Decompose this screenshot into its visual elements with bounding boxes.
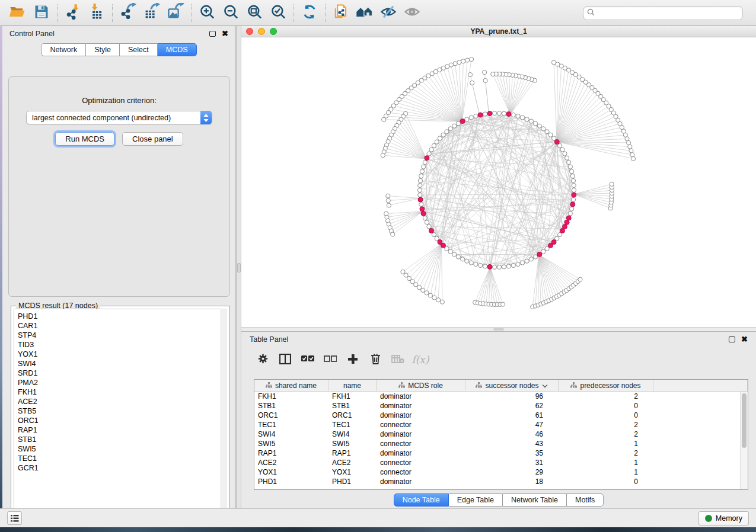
float-panel-icon[interactable] <box>729 336 735 342</box>
mcds-result-item[interactable]: STB5 <box>18 406 227 416</box>
mcds-result-item[interactable]: CAR1 <box>18 321 227 331</box>
mcds-result-item[interactable]: PHD1 <box>18 312 227 321</box>
cell-predecessor-nodes[interactable]: 1 <box>559 458 653 467</box>
cell-predecessor-nodes[interactable]: 0 <box>559 477 653 486</box>
tab-node-table[interactable]: Node Table <box>394 493 449 507</box>
cell-shared-name[interactable]: SWI5 <box>254 439 328 448</box>
cell-predecessor-nodes[interactable]: 2 <box>559 430 653 439</box>
select-all-rows-button[interactable] <box>299 351 316 368</box>
cell-shared-name[interactable]: ACE2 <box>254 458 328 467</box>
hide-selected-button[interactable] <box>377 2 400 24</box>
column-header-successor-nodes[interactable]: successor nodes <box>465 380 559 391</box>
network-graph[interactable] <box>241 37 755 327</box>
cell-predecessor-nodes[interactable]: 1 <box>559 439 653 448</box>
table-row[interactable]: YOX1YOX1connector291 <box>254 467 748 477</box>
float-panel-icon[interactable] <box>209 31 216 37</box>
table-scrollbar[interactable] <box>740 392 748 489</box>
import-network-button[interactable] <box>61 2 85 24</box>
mcds-result-item[interactable]: STB1 <box>18 435 227 444</box>
table-row[interactable]: PHD1PHD1dominator180 <box>254 477 748 486</box>
new-network-from-selection-button[interactable] <box>329 2 353 24</box>
cell-name[interactable]: STB1 <box>328 401 377 411</box>
mcds-result-item[interactable]: STP4 <box>18 331 227 340</box>
cell-predecessor-nodes[interactable]: 2 <box>559 448 653 458</box>
cell-successor-nodes[interactable]: 62 <box>465 401 559 411</box>
column-header-predecessor-nodes[interactable]: predecessor nodes <box>559 380 653 391</box>
splitter-handle[interactable] <box>493 328 504 331</box>
zoom-selected-button[interactable] <box>266 2 290 24</box>
column-header-MCDS-role[interactable]: MCDS role <box>377 380 465 391</box>
table-row[interactable]: FKH1FKH1dominator962 <box>254 392 748 401</box>
table-settings-gear-button[interactable] <box>254 351 271 368</box>
cell-MCDS-role[interactable]: dominator <box>377 411 465 420</box>
mcds-result-item[interactable]: TID3 <box>18 340 227 350</box>
export-table-button[interactable] <box>140 2 164 24</box>
cell-predecessor-nodes[interactable]: 2 <box>559 392 653 401</box>
zoom-out-button[interactable] <box>219 2 243 24</box>
cell-predecessor-nodes[interactable]: 0 <box>559 411 653 420</box>
cell-successor-nodes[interactable]: 18 <box>465 477 559 486</box>
cell-MCDS-role[interactable]: connector <box>377 458 465 467</box>
mcds-result-item[interactable]: RAP1 <box>18 425 227 435</box>
cell-name[interactable]: SWI5 <box>328 439 377 448</box>
deselect-all-rows-button[interactable] <box>322 351 339 368</box>
cell-successor-nodes[interactable]: 31 <box>465 458 559 467</box>
table-row[interactable]: STB1STB1dominator620 <box>254 401 748 411</box>
show-columns-button[interactable] <box>277 351 294 368</box>
network-overview-houses-button[interactable] <box>353 2 377 24</box>
cell-shared-name[interactable]: FKH1 <box>254 392 328 401</box>
tab-style[interactable]: Style <box>86 43 120 56</box>
cell-shared-name[interactable]: SWI4 <box>254 430 328 439</box>
mcds-result-item[interactable]: SWI4 <box>18 359 227 368</box>
cell-MCDS-role[interactable]: connector <box>377 420 465 430</box>
table-row[interactable]: SWI5SWI5connector431 <box>254 439 748 448</box>
cell-shared-name[interactable]: YOX1 <box>254 467 328 477</box>
cell-predecessor-nodes[interactable]: 2 <box>559 420 653 430</box>
cell-successor-nodes[interactable]: 29 <box>465 467 559 477</box>
table-row[interactable]: SWI4SWI4dominator462 <box>254 430 748 439</box>
cell-name[interactable]: RAP1 <box>328 448 377 458</box>
table-row[interactable]: RAP1RAP1dominator352 <box>254 448 748 458</box>
cell-MCDS-role[interactable]: dominator <box>377 477 465 486</box>
cell-shared-name[interactable]: RAP1 <box>254 448 328 458</box>
cell-shared-name[interactable]: TEC1 <box>254 420 328 430</box>
export-network-button[interactable] <box>116 2 140 24</box>
table-row[interactable]: ACE2ACE2connector311 <box>254 458 748 467</box>
task-history-button[interactable] <box>7 511 22 525</box>
cell-successor-nodes[interactable]: 43 <box>465 439 559 448</box>
tab-mcds[interactable]: MCDS <box>158 43 197 56</box>
cell-name[interactable]: SWI4 <box>328 430 377 439</box>
zoom-in-button[interactable] <box>195 2 219 24</box>
vertical-splitter[interactable] <box>236 26 241 508</box>
search-input[interactable] <box>597 9 739 17</box>
import-table-button[interactable] <box>85 2 109 24</box>
scrollbar-thumb[interactable] <box>742 393 747 448</box>
mcds-result-item[interactable]: ORC1 <box>18 416 227 425</box>
cell-MCDS-role[interactable]: dominator <box>377 392 465 401</box>
cell-name[interactable]: YOX1 <box>328 467 377 477</box>
mcds-result-item[interactable]: TEC1 <box>18 454 227 463</box>
refresh-button[interactable] <box>298 2 321 24</box>
cell-shared-name[interactable]: PHD1 <box>254 477 328 486</box>
column-header-shared-name[interactable]: shared name <box>254 380 328 391</box>
cell-predecessor-nodes[interactable]: 1 <box>559 467 653 477</box>
tab-network[interactable]: Network <box>41 43 86 56</box>
mcds-result-item[interactable]: PMA2 <box>18 378 227 387</box>
splitter-handle[interactable] <box>237 263 241 273</box>
tab-network-table[interactable]: Network Table <box>503 493 567 507</box>
mcds-result-item[interactable]: GCR1 <box>18 463 227 473</box>
cell-successor-nodes[interactable]: 35 <box>465 448 559 458</box>
close-panel-icon[interactable]: ✖ <box>222 31 228 37</box>
mcds-result-item[interactable]: FKH1 <box>18 387 227 397</box>
add-column-button[interactable] <box>344 351 361 368</box>
horizontal-splitter[interactable] <box>241 327 756 331</box>
cell-successor-nodes[interactable]: 46 <box>465 430 559 439</box>
mcds-result-item[interactable]: ACE2 <box>18 397 227 406</box>
cell-successor-nodes[interactable]: 96 <box>465 392 559 401</box>
table-row[interactable]: ORC1ORC1dominator610 <box>254 411 748 420</box>
mcds-result-item[interactable]: SWI5 <box>18 444 227 454</box>
tab-motifs[interactable]: Motifs <box>567 493 604 507</box>
open-session-button[interactable] <box>6 2 30 24</box>
cell-MCDS-role[interactable]: dominator <box>377 448 465 458</box>
cell-successor-nodes[interactable]: 61 <box>465 411 559 420</box>
